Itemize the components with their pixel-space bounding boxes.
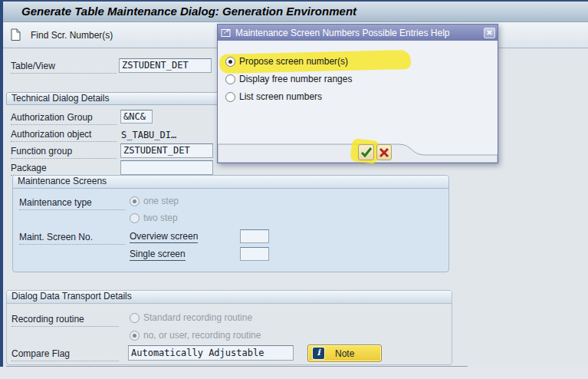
note-button[interactable]: i Note <box>307 344 382 362</box>
radio-standard-recording-label: Standard recording routine <box>143 312 252 323</box>
auth-group-label: Authorization Group <box>11 112 117 125</box>
dialog-icon <box>221 28 232 38</box>
package-input[interactable] <box>120 160 213 175</box>
function-group-input[interactable]: ZSTUDENT_DET <box>120 143 213 158</box>
function-group-label: Function group <box>11 146 117 159</box>
radio-icon[interactable] <box>130 213 140 223</box>
new-document-icon[interactable] <box>11 28 21 41</box>
radio-two-step[interactable]: two step <box>130 213 178 223</box>
dialog-body: Propose screen number(s) Display free nu… <box>218 41 498 163</box>
radio-icon[interactable] <box>225 74 235 84</box>
radio-icon[interactable] <box>225 92 235 102</box>
option-label: Propose screen number(s) <box>239 56 348 67</box>
auth-group-input[interactable]: &NC& <box>120 110 153 124</box>
possible-entries-dialog: Maintenance Screen Numbers Possible Entr… <box>217 24 498 163</box>
note-button-label: Note <box>335 348 354 359</box>
close-icon[interactable]: ✕ <box>484 28 495 38</box>
radio-two-step-label: two step <box>143 213 178 223</box>
recording-routine-label: Recording routine <box>11 314 119 327</box>
window-titlebar: Generate Table Maintenance Dialog: Gener… <box>0 0 588 22</box>
radio-standard-recording[interactable]: Standard recording routine <box>130 312 252 323</box>
overview-screen-label: Overview screen <box>130 231 198 243</box>
radio-one-step[interactable]: one step <box>130 196 179 206</box>
transport-details-group: Dialog Data Transport Details Recording … <box>6 290 452 365</box>
single-screen-input[interactable] <box>240 247 269 261</box>
option-propose-screen-numbers[interactable]: Propose screen number(s) <box>225 56 348 67</box>
information-icon: i <box>313 348 324 359</box>
table-view-label: Table/View <box>11 61 117 74</box>
radio-icon[interactable] <box>225 57 235 67</box>
auth-object-label: Authorization object <box>11 129 117 142</box>
find-screen-numbers-button[interactable]: Find Scr. Number(s) <box>31 30 113 41</box>
screen-bottom-divider <box>6 366 468 367</box>
compare-flag-label: Compare Flag <box>11 348 119 361</box>
transport-details-header: Dialog Data Transport Details <box>7 291 452 304</box>
maint-screen-no-label: Maint. Screen No. <box>19 232 125 245</box>
dialog-titlebar[interactable]: Maintenance Screen Numbers Possible Entr… <box>218 25 498 41</box>
sap-window: Generate Table Maintenance Dialog: Gener… <box>0 0 588 379</box>
radio-no-user-recording[interactable]: no, or user, recording routine <box>130 330 261 341</box>
cancel-icon <box>379 147 389 158</box>
radio-no-user-recording-label: no, or user, recording routine <box>143 330 261 341</box>
option-list-screen-numbers[interactable]: List screen numbers <box>225 91 322 102</box>
cancel-button[interactable] <box>376 144 392 160</box>
radio-icon[interactable] <box>130 313 140 323</box>
overview-screen-input[interactable] <box>240 229 269 243</box>
single-screen-label: Single screen <box>130 249 186 261</box>
window-left-border <box>0 0 3 367</box>
option-display-free-number-ranges[interactable]: Display free number ranges <box>225 74 352 84</box>
maintenance-screens-header: Maintenance Screens <box>13 176 448 189</box>
radio-one-step-label: one step <box>143 196 179 206</box>
option-label: List screen numbers <box>239 91 322 102</box>
confirm-button[interactable] <box>358 144 374 160</box>
package-label: Package <box>11 163 117 176</box>
status-area <box>0 367 588 379</box>
radio-icon[interactable] <box>130 331 140 341</box>
dialog-title: Maintenance Screen Numbers Possible Entr… <box>235 28 480 38</box>
maintenance-screens-group: Maintenance Screens Maintenance type one… <box>12 175 449 272</box>
radio-icon[interactable] <box>130 196 140 206</box>
check-icon <box>360 147 373 158</box>
option-label: Display free number ranges <box>239 74 352 84</box>
auth-object-value: S_TABU_DI… <box>121 130 176 140</box>
compare-flag-input[interactable]: Automatically Adjustable <box>128 345 294 361</box>
maintenance-type-label: Maintenance type <box>19 197 125 210</box>
table-view-input[interactable]: ZSTUDENT_DET <box>119 58 212 73</box>
page-title: Generate Table Maintenance Dialog: Gener… <box>21 5 356 18</box>
